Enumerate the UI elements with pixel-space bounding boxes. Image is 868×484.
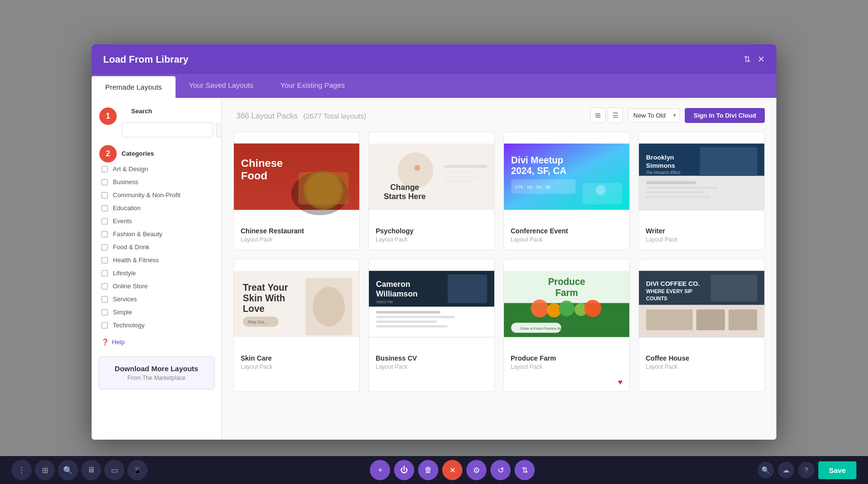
svg-point-59 xyxy=(559,300,575,316)
simple-checkbox[interactable] xyxy=(101,309,108,316)
svg-text:076 : 09 : 24 : 48: 076 : 09 : 24 : 48 xyxy=(515,184,550,189)
download-box[interactable]: Download More Layouts From The Marketpla… xyxy=(98,356,215,390)
business-checkbox[interactable] xyxy=(101,179,108,186)
download-sub: From The Marketplace xyxy=(107,375,206,381)
svg-rect-50 xyxy=(376,316,455,318)
mobile-button[interactable]: 📱 xyxy=(127,460,148,480)
main-header: 366 Layout Packs (2677 Total layouts) ⊞ … xyxy=(233,108,765,123)
filter-button[interactable]: + Filter xyxy=(216,123,222,137)
svg-text:DIVI COFFEE CO.: DIVI COFFEE CO. xyxy=(646,280,700,287)
card-coffee[interactable]: DIVI COFFEE CO. WHERE EVERY SIP COUNTS C… xyxy=(638,259,765,392)
category-food[interactable]: Food & Drink xyxy=(92,241,221,254)
category-simple[interactable]: Simple xyxy=(92,306,221,319)
produce-heart-icon[interactable]: ♥ xyxy=(618,378,623,387)
layout-count: 366 Layout Packs (2677 Total layouts) xyxy=(233,110,366,121)
category-health[interactable]: Health & Fitness xyxy=(92,254,221,267)
card-chinese[interactable]: Chinese Food Chinese Restaurant Layout P… xyxy=(233,132,360,250)
svg-text:Order a Fresh Produce Box: Order a Fresh Produce Box xyxy=(520,326,564,331)
help-link[interactable]: ❓ Help xyxy=(92,332,221,350)
power-button[interactable]: ⏻ xyxy=(394,460,414,480)
category-education[interactable]: Education xyxy=(92,202,221,215)
svg-point-24 xyxy=(596,185,606,195)
card-writer-title: Writer xyxy=(646,227,758,235)
art-checkbox[interactable] xyxy=(101,166,108,173)
card-psychology[interactable]: Change Starts Here Psychology Layout Pac… xyxy=(368,132,495,250)
card-produce[interactable]: Produce Farm Order a Fresh Produce Box xyxy=(503,259,630,392)
category-online[interactable]: Online Store xyxy=(92,280,221,293)
menu-button[interactable]: ⋮ xyxy=(12,460,32,480)
card-psychology-info: Psychology Layout Pack xyxy=(369,221,494,250)
category-community[interactable]: Community & Non-Profit xyxy=(92,188,221,202)
tab-existing[interactable]: Your Existing Pages xyxy=(267,74,358,98)
help-button-toolbar[interactable]: ? xyxy=(798,462,814,478)
services-checkbox[interactable] xyxy=(101,296,108,303)
business-label: Business xyxy=(113,178,138,186)
svg-text:Food: Food xyxy=(241,170,267,182)
health-checkbox[interactable] xyxy=(101,257,108,264)
settings-button[interactable]: ⚙ xyxy=(466,460,487,480)
sign-in-button[interactable]: Sign In To Divi Cloud xyxy=(685,108,765,123)
search-button-toolbar[interactable]: 🔍 xyxy=(58,460,78,480)
category-art[interactable]: Art & Design xyxy=(92,162,221,175)
tab-premade[interactable]: Premade Layouts xyxy=(92,76,176,98)
step-2-badge: 2 xyxy=(99,145,117,162)
save-button[interactable]: Save xyxy=(818,461,856,479)
svg-text:Produce: Produce xyxy=(548,277,585,287)
close-button-toolbar[interactable]: ✕ xyxy=(442,460,462,480)
search-wrap: + Filter xyxy=(122,122,222,137)
svg-rect-34 xyxy=(646,196,711,198)
category-events[interactable]: Events xyxy=(92,215,221,228)
card-businesscv[interactable]: Cameron Williamson About Me Business CV xyxy=(368,259,495,392)
category-services[interactable]: Services xyxy=(92,293,221,306)
card-writer[interactable]: Brooklyn Simmons The Monarch Effect Writ… xyxy=(638,132,765,250)
search-input[interactable] xyxy=(122,122,213,137)
card-conference[interactable]: Divi Meetup 2024, SF, CA 076 : 09 : 24 :… xyxy=(503,132,630,250)
sort-select[interactable]: New To Old Old To New A to Z Z to A xyxy=(628,108,680,122)
search-right-button[interactable]: 🔍 xyxy=(758,462,774,478)
card-skincare[interactable]: Treat Your Skin With Love Shop Our... Sk… xyxy=(233,259,360,392)
grid-button[interactable]: ⊞ xyxy=(35,460,55,480)
resize-icon[interactable]: ⇅ xyxy=(744,54,751,65)
add-button[interactable]: + xyxy=(370,460,390,480)
card-conference-title: Conference Event xyxy=(511,227,623,235)
modal-tabs: Premade Layouts Your Saved Layouts Your … xyxy=(92,74,776,98)
tab-saved[interactable]: Your Saved Layouts xyxy=(176,74,267,98)
tablet-button[interactable]: ▭ xyxy=(104,460,124,480)
technology-checkbox[interactable] xyxy=(101,322,108,329)
events-checkbox[interactable] xyxy=(101,218,108,225)
community-checkbox[interactable] xyxy=(101,192,108,199)
sort-wrap: New To Old Old To New A to Z Z to A xyxy=(628,108,680,122)
card-chinese-title: Chinese Restaurant xyxy=(241,227,353,235)
category-lifestyle[interactable]: Lifestyle xyxy=(92,267,221,280)
card-chinese-subtitle: Layout Pack xyxy=(241,236,353,243)
trash-button[interactable]: 🗑 xyxy=(418,460,438,480)
sort-button[interactable]: ⇅ xyxy=(515,460,535,480)
food-checkbox[interactable] xyxy=(101,244,108,251)
list-view-button[interactable]: ☰ xyxy=(608,108,623,123)
cloud-button[interactable]: ☁ xyxy=(778,462,794,478)
category-business[interactable]: Business xyxy=(92,175,221,188)
health-label: Health & Fitness xyxy=(113,256,159,264)
grid-view-button[interactable]: ⊞ xyxy=(590,108,606,123)
history-button[interactable]: ↺ xyxy=(490,460,511,480)
card-writer-info: Writer Layout Pack xyxy=(639,221,764,250)
card-skincare-info: Skin Care Layout Pack xyxy=(234,349,359,377)
fashion-checkbox[interactable] xyxy=(101,231,108,238)
header-actions: ⇅ ✕ xyxy=(744,54,765,65)
online-checkbox[interactable] xyxy=(101,283,108,290)
close-icon[interactable]: ✕ xyxy=(758,54,765,65)
category-fashion[interactable]: Fashion & Beauty xyxy=(92,228,221,241)
lifestyle-checkbox[interactable] xyxy=(101,270,108,277)
category-technology[interactable]: Technology xyxy=(92,319,221,332)
toolbar-center: + ⏻ 🗑 ✕ ⚙ ↺ ⇅ xyxy=(370,460,535,480)
sidebar: 1 Search + Filter 2 Categories xyxy=(92,98,222,440)
card-coffee-info: Coffee House Layout Pack xyxy=(639,349,764,377)
education-checkbox[interactable] xyxy=(101,205,108,212)
svg-text:2024, SF, CA: 2024, SF, CA xyxy=(511,166,567,176)
layout-count-area: 366 Layout Packs (2677 Total layouts) xyxy=(233,110,366,121)
svg-text:Skin With: Skin With xyxy=(243,293,285,303)
desktop-button[interactable]: 🖥 xyxy=(81,460,101,480)
food-label: Food & Drink xyxy=(113,243,149,251)
svg-rect-69 xyxy=(711,274,758,301)
svg-text:Shop Our...: Shop Our... xyxy=(247,320,267,324)
